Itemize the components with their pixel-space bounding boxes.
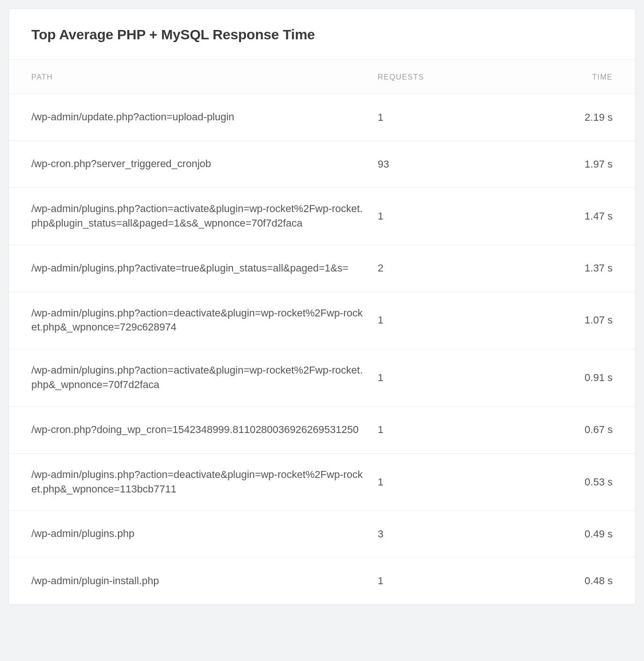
table-header: PATH REQUESTS TIME (9, 60, 635, 94)
row-requests: 2 (378, 262, 467, 274)
card-header: Top Average PHP + MySQL Response Time (9, 9, 635, 60)
row-requests: 1 (378, 372, 467, 384)
row-path: /wp-admin/plugins.php?action=deactivate&… (31, 306, 378, 335)
table-row[interactable]: /wp-admin/plugins.php?action=activate&pl… (9, 188, 635, 245)
row-time: 1.47 s (467, 210, 613, 222)
row-path: /wp-admin/update.php?action=upload-plugi… (31, 110, 378, 125)
col-header-path[interactable]: PATH (31, 73, 378, 81)
row-requests: 3 (378, 528, 467, 540)
col-header-requests[interactable]: REQUESTS (378, 73, 467, 81)
row-time: 2.19 s (467, 111, 613, 124)
col-header-time[interactable]: TIME (467, 73, 613, 81)
table-row[interactable]: /wp-cron.php?doing_wp_cron=1542348999.81… (9, 407, 635, 454)
row-time: 0.49 s (467, 528, 613, 540)
table-row[interactable]: /wp-admin/plugins.php?action=deactivate&… (9, 292, 635, 350)
row-time: 0.67 s (467, 424, 613, 436)
row-time: 1.97 s (467, 158, 613, 170)
row-time: 1.37 s (467, 262, 613, 274)
row-path: /wp-admin/plugins.php?action=activate&pl… (31, 202, 378, 231)
row-time: 0.91 s (467, 372, 613, 384)
card-title: Top Average PHP + MySQL Response Time (31, 27, 613, 43)
row-requests: 1 (378, 111, 467, 124)
row-requests: 1 (378, 476, 467, 488)
row-path: /wp-cron.php?doing_wp_cron=1542348999.81… (31, 423, 378, 437)
row-requests: 1 (378, 424, 467, 436)
row-path: /wp-admin/plugins.php (31, 527, 378, 541)
row-time: 0.53 s (467, 476, 613, 488)
row-path: /wp-admin/plugins.php?action=deactivate&… (31, 468, 378, 497)
row-time: 1.07 s (467, 314, 613, 326)
row-requests: 1 (378, 210, 467, 222)
row-time: 0.48 s (467, 575, 613, 587)
row-requests: 1 (378, 575, 467, 587)
response-time-card: Top Average PHP + MySQL Response Time PA… (8, 8, 636, 605)
table-row[interactable]: /wp-cron.php?server_triggered_cronjob931… (9, 141, 635, 188)
table-row[interactable]: /wp-admin/plugins.php?action=deactivate&… (9, 454, 635, 511)
row-requests: 93 (378, 158, 467, 170)
table-row[interactable]: /wp-admin/update.php?action=upload-plugi… (9, 94, 635, 141)
row-path: /wp-admin/plugins.php?activate=true&plug… (31, 261, 378, 276)
table-row[interactable]: /wp-admin/plugins.php30.49 s (9, 511, 635, 558)
row-path: /wp-admin/plugins.php?action=activate&pl… (31, 363, 378, 392)
row-path: /wp-admin/plugin-install.php (31, 574, 378, 588)
table-body: /wp-admin/update.php?action=upload-plugi… (9, 94, 635, 604)
table-row[interactable]: /wp-admin/plugins.php?action=activate&pl… (9, 349, 635, 407)
row-path: /wp-cron.php?server_triggered_cronjob (31, 157, 378, 171)
row-requests: 1 (378, 314, 467, 326)
table-row[interactable]: /wp-admin/plugins.php?activate=true&plug… (9, 245, 635, 292)
table-row[interactable]: /wp-admin/plugin-install.php10.48 s (9, 558, 635, 604)
